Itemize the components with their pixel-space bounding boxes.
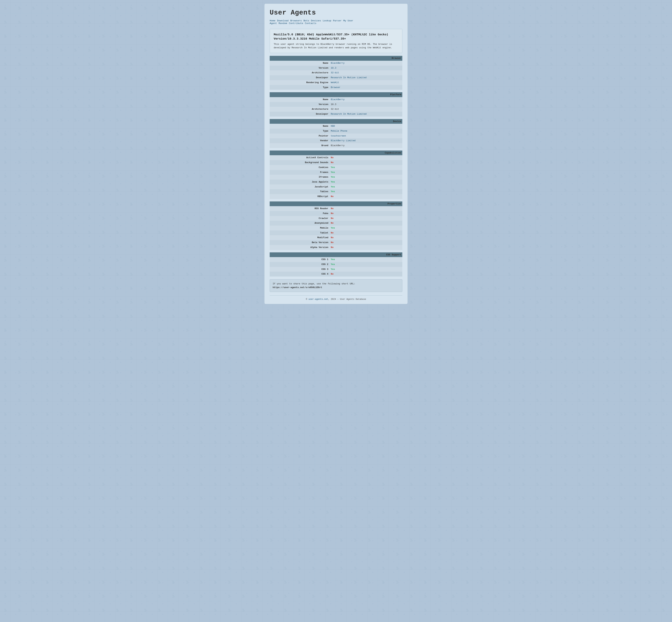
table-row: NameKBD bbox=[270, 124, 402, 129]
field-value: 32-bit bbox=[329, 107, 402, 112]
navigation: HomeDownloadBrowsersBotsDevicesLookupPar… bbox=[270, 20, 402, 25]
table-row: MobileYes bbox=[270, 226, 402, 231]
platform-section: Platform NameBlackBerryVersion10.3Archit… bbox=[270, 92, 402, 116]
field-label: Type bbox=[270, 129, 329, 134]
nav-link-lookup[interactable]: Lookup bbox=[323, 20, 331, 22]
field-link[interactable]: 32-bit bbox=[331, 71, 339, 74]
field-label: Crawler bbox=[270, 216, 329, 221]
bool-value: Yes bbox=[331, 190, 335, 193]
field-value: No bbox=[329, 235, 402, 240]
nav-link-contacts[interactable]: Contacts bbox=[305, 22, 316, 25]
table-row: RSS ReaderNo bbox=[270, 206, 402, 211]
field-link[interactable]: WebKit bbox=[331, 81, 339, 84]
field-label: Architecture bbox=[270, 70, 329, 75]
field-value: Yes bbox=[329, 267, 402, 272]
table-row: CSS 2Yes bbox=[270, 262, 402, 267]
nav-link-home[interactable]: Home bbox=[270, 20, 276, 22]
field-value: BlackBerry Limited bbox=[329, 138, 402, 143]
table-row: Background SoundsNo bbox=[270, 160, 402, 165]
field-label: Mobile bbox=[270, 226, 329, 231]
table-row: TypeBrowser bbox=[270, 85, 402, 90]
nav-link-browsers[interactable]: Browsers bbox=[290, 20, 302, 22]
field-label: Name bbox=[270, 61, 329, 66]
bool-value: No bbox=[331, 236, 333, 239]
field-label: Architecture bbox=[270, 107, 329, 112]
bool-value: Yes bbox=[331, 181, 335, 183]
field-value: No bbox=[329, 221, 402, 226]
table-row: NameBlackBerry bbox=[270, 61, 402, 66]
field-value: No bbox=[329, 211, 402, 216]
field-link[interactable]: Browser bbox=[331, 86, 341, 89]
bool-value: Yes bbox=[331, 258, 335, 261]
bool-value: Yes bbox=[331, 185, 335, 188]
field-label: Alpha Version bbox=[270, 245, 329, 250]
nav-link-devices[interactable]: Devices bbox=[311, 20, 321, 22]
field-label: Developer bbox=[270, 75, 329, 80]
capabilities-header: Capabilities bbox=[270, 150, 402, 156]
bool-value: No bbox=[331, 207, 333, 210]
field-link[interactable]: BlackBerry bbox=[331, 98, 345, 101]
table-row: Java AppletsYes bbox=[270, 179, 402, 184]
table-row: Architecture32-bit bbox=[270, 70, 402, 75]
footer-link[interactable]: user-agents.net bbox=[309, 298, 328, 301]
table-row: ActiveX ControlsNo bbox=[270, 155, 402, 160]
bool-value: No bbox=[331, 217, 333, 220]
bool-value: No bbox=[331, 232, 333, 234]
table-row: Rendering EngineWebKit bbox=[270, 80, 402, 85]
capabilities-table: Capabilities ActiveX ControlsNoBackgroun… bbox=[270, 150, 402, 199]
ua-string: Mozilla/5.0 (BB10; Kbd) AppleWebKit/537.… bbox=[274, 33, 398, 41]
field-value: BlackBerry bbox=[329, 97, 402, 102]
field-label: Tables bbox=[270, 189, 329, 194]
nav-link-parser[interactable]: Parser bbox=[333, 20, 342, 22]
field-value: WebKit bbox=[329, 80, 402, 85]
bool-value: Yes bbox=[331, 171, 335, 174]
capabilities-section: Capabilities ActiveX ControlsNoBackgroun… bbox=[270, 150, 402, 199]
properties-header: Properties bbox=[270, 201, 402, 206]
field-label: Type bbox=[270, 85, 329, 90]
device-header: Device bbox=[270, 119, 402, 124]
field-value: touchscreen bbox=[329, 134, 402, 138]
css-support-table: CSS Support CSS 1YesCSS 2YesCSS 3YesCSS … bbox=[270, 252, 402, 277]
table-row: IframesYes bbox=[270, 175, 402, 179]
nav-link-random[interactable]: Random bbox=[279, 22, 287, 25]
field-value: 32-bit bbox=[329, 70, 402, 75]
field-link[interactable]: Research In Motion Limited bbox=[331, 113, 367, 115]
properties-section: Properties RSS ReaderNoFakeNoCrawlerNoAn… bbox=[270, 201, 402, 250]
share-text: If you want to share this page, use the … bbox=[273, 282, 355, 285]
field-value: KBD bbox=[329, 124, 402, 129]
nav-link-contribute[interactable]: Contribute bbox=[289, 22, 303, 25]
table-row: FakeNo bbox=[270, 211, 402, 216]
table-row: ModifiedNo bbox=[270, 235, 402, 240]
table-row: NameBlackBerry bbox=[270, 97, 402, 102]
field-label: CSS 4 bbox=[270, 272, 329, 277]
share-url: https://user-agents.net/s/o0S0L1E6rt bbox=[273, 286, 322, 289]
platform-header: Platform bbox=[270, 92, 402, 97]
field-label: Modified bbox=[270, 235, 329, 240]
nav-link-bots[interactable]: Bots bbox=[304, 20, 309, 22]
field-value: No bbox=[329, 245, 402, 250]
field-link[interactable]: 10.3 bbox=[331, 67, 336, 69]
field-value: No bbox=[329, 240, 402, 245]
nav-link-download[interactable]: Download bbox=[277, 20, 289, 22]
table-row: Alpha VersionNo bbox=[270, 245, 402, 250]
field-link[interactable]: Research In Motion Limited bbox=[331, 76, 367, 79]
field-link[interactable]: BlackBerry Limited bbox=[331, 139, 356, 142]
field-value: Yes bbox=[329, 184, 402, 189]
table-row: CSS 3Yes bbox=[270, 267, 402, 272]
field-label: CSS 2 bbox=[270, 262, 329, 267]
bool-value: No bbox=[331, 161, 333, 164]
field-link[interactable]: touchscreen bbox=[331, 135, 346, 137]
field-label: Pointer bbox=[270, 134, 329, 138]
table-row: CookiesYes bbox=[270, 165, 402, 170]
field-label: Background Sounds bbox=[270, 160, 329, 165]
field-link[interactable]: Mobile Phone bbox=[331, 130, 347, 132]
table-row: DeveloperResearch In Motion Limited bbox=[270, 112, 402, 116]
properties-table: Properties RSS ReaderNoFakeNoCrawlerNoAn… bbox=[270, 201, 402, 250]
field-label: CSS 3 bbox=[270, 267, 329, 272]
browser-table: Browser NameBlackBerryVersion10.3Archite… bbox=[270, 56, 402, 90]
field-link[interactable]: BlackBerry bbox=[331, 62, 345, 64]
device-section: Device NameKBDTypeMobile PhonePointertou… bbox=[270, 119, 402, 148]
bool-value: Yes bbox=[331, 176, 335, 178]
field-link[interactable]: KBD bbox=[331, 125, 335, 128]
table-row: CSS 4No bbox=[270, 272, 402, 277]
